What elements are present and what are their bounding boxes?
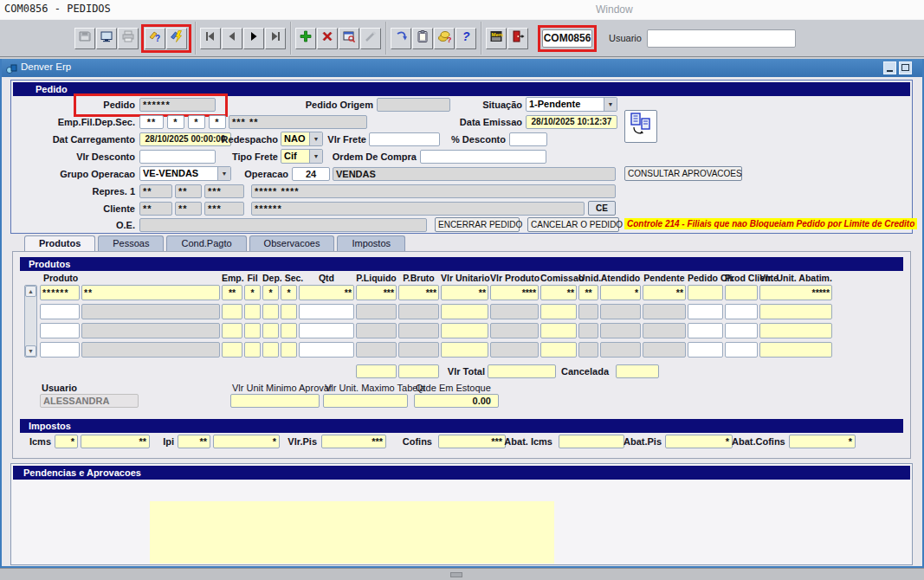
maximize-button[interactable]: [899, 61, 912, 74]
abat-pis-field[interactable]: *: [665, 435, 733, 448]
cell-pedido-cli[interactable]: [688, 285, 723, 300]
resize-handle[interactable]: [450, 572, 462, 577]
cell-pedido-cli[interactable]: [688, 304, 723, 319]
encerrar-pedido-button[interactable]: ENCERRAR PEDIDO: [435, 217, 520, 232]
cell-qtd[interactable]: [299, 323, 354, 338]
ordem-compra-field[interactable]: [420, 150, 546, 164]
vlr-unit-maximo-tabela-field[interactable]: [323, 394, 408, 408]
fil-field[interactable]: *: [167, 115, 184, 129]
cell-sec[interactable]: *: [281, 285, 297, 300]
grid-scrollbar[interactable]: ▲ ▼: [24, 285, 37, 358]
cell-vlr-unitario[interactable]: [441, 323, 488, 338]
minimize-button[interactable]: [883, 61, 896, 74]
delete-record-button[interactable]: [317, 28, 338, 49]
cell-sec[interactable]: [281, 342, 297, 358]
cell-pedido-cli[interactable]: [688, 342, 723, 358]
cell-unid[interactable]: **: [578, 285, 598, 300]
icms-pct-field[interactable]: *: [55, 435, 78, 448]
help-button[interactable]: ?: [456, 28, 476, 49]
data-emissao-field[interactable]: 28/10/2025 10:12:37: [526, 115, 617, 129]
cell-qtd[interactable]: [299, 342, 354, 358]
last-record-button[interactable]: [265, 28, 286, 49]
tab-impostos[interactable]: Impostos: [337, 235, 405, 251]
cell-emp[interactable]: [222, 323, 242, 338]
operacao-field[interactable]: 24: [292, 167, 330, 181]
cell-p-bruto[interactable]: ***: [398, 285, 439, 300]
consultar-aprovacoes-button[interactable]: CONSULTAR APROVACOES: [624, 166, 742, 181]
cell-produto[interactable]: [40, 342, 80, 358]
abat-icms-field[interactable]: [559, 435, 624, 448]
cell-emp[interactable]: **: [222, 285, 242, 300]
clear-button[interactable]: [360, 28, 381, 49]
print-button[interactable]: [118, 28, 139, 49]
abat-cofins-field[interactable]: *: [789, 435, 856, 448]
cell-vlr-unit-abatim[interactable]: [759, 304, 832, 319]
tab-produtos[interactable]: Produtos: [24, 235, 95, 251]
exit-button[interactable]: [507, 28, 528, 49]
cancelar-pedido-button[interactable]: CANCELAR O PEDIDO: [527, 217, 619, 232]
scroll-up-button[interactable]: ▲: [25, 286, 36, 297]
tipo-frete-dropdown[interactable]: Cif ▼: [281, 149, 323, 164]
cell-pedido-cli[interactable]: [688, 323, 723, 338]
insert-record-button[interactable]: [295, 28, 316, 49]
clipboard-button[interactable]: [412, 28, 433, 49]
cell-dep[interactable]: [262, 304, 279, 319]
cell-fil[interactable]: [244, 304, 261, 319]
cell-produto[interactable]: [40, 323, 80, 338]
cell-vlr-produto[interactable]: ****: [490, 285, 539, 300]
pendencias-text-area[interactable]: [150, 501, 554, 564]
query-form-button[interactable]: [339, 28, 359, 49]
usuario-input[interactable]: [647, 29, 796, 48]
cell-vlr-unitario[interactable]: [441, 342, 488, 358]
cell-dep[interactable]: *: [262, 285, 279, 300]
cell-descricao[interactable]: **: [81, 285, 220, 300]
tab-pessoas[interactable]: Pessoas: [98, 235, 164, 251]
ipi-value-field[interactable]: *: [213, 435, 280, 448]
undo-button[interactable]: [391, 28, 411, 49]
cell-sec[interactable]: [281, 323, 297, 338]
save-button[interactable]: [74, 28, 95, 49]
sec-field[interactable]: *: [209, 115, 226, 129]
cell-pendente[interactable]: **: [643, 285, 686, 300]
cell-prod-cliente[interactable]: [725, 304, 758, 319]
cell-vlr-unit-abatim[interactable]: [759, 323, 832, 338]
vlr-desconto-field[interactable]: [139, 150, 216, 164]
cell-prod-cliente[interactable]: [725, 285, 758, 300]
grupo-operacao-dropdown[interactable]: VE-VENDAS ▼: [139, 166, 231, 181]
cell-comissao[interactable]: **: [540, 285, 577, 300]
icms-value-field[interactable]: **: [81, 435, 150, 448]
situacao-dropdown[interactable]: 1-Pendente ▼: [526, 97, 617, 112]
cell-comissao[interactable]: [540, 304, 577, 319]
enter-query-button[interactable]: ?: [145, 28, 165, 49]
cell-emp[interactable]: [222, 342, 242, 358]
cell-vlr-unitario[interactable]: **: [441, 285, 488, 300]
cell-atendido[interactable]: *: [600, 285, 641, 300]
emp-field[interactable]: **: [139, 115, 164, 129]
ce-button[interactable]: CE: [588, 201, 616, 216]
cell-fil[interactable]: [244, 323, 261, 338]
vlr-unit-minimo-aprovar-field[interactable]: [230, 394, 320, 408]
execute-query-button[interactable]: [166, 28, 187, 49]
first-record-button[interactable]: [200, 28, 221, 49]
cell-vlr-unit-abatim[interactable]: *****: [759, 285, 832, 300]
cell-comissao[interactable]: [540, 342, 577, 358]
cell-qtd[interactable]: **: [299, 285, 354, 300]
menu-button[interactable]: Menu: [486, 28, 507, 49]
form-code-field[interactable]: COM0856: [542, 29, 592, 48]
cell-sec[interactable]: [281, 304, 297, 319]
tab-observacoes[interactable]: Observacoes: [249, 235, 335, 251]
cell-emp[interactable]: [222, 304, 242, 319]
pct-desconto-field[interactable]: [509, 132, 547, 146]
currency-help-button[interactable]: ?: [434, 28, 455, 49]
cell-fil[interactable]: [244, 342, 261, 358]
copy-documents-button[interactable]: [624, 110, 657, 143]
chevron-down-icon[interactable]: ▼: [604, 98, 617, 111]
vlr-frete-field[interactable]: [369, 132, 440, 146]
cell-qtd[interactable]: [299, 304, 354, 319]
cell-p-liquido[interactable]: ***: [356, 285, 397, 300]
cell-produto[interactable]: [40, 304, 80, 319]
chevron-down-icon[interactable]: ▼: [309, 150, 322, 163]
cell-comissao[interactable]: [540, 323, 577, 338]
scroll-down-button[interactable]: ▼: [25, 345, 36, 357]
next-record-button[interactable]: [243, 28, 264, 49]
